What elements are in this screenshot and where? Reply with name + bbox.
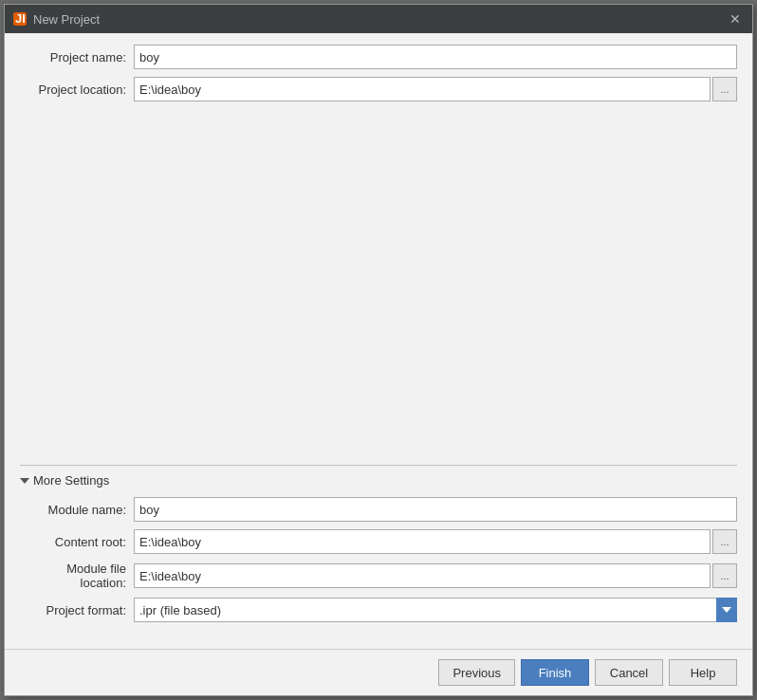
app-icon: JI bbox=[12, 11, 28, 27]
new-project-dialog: JI New Project ✕ Project name: Project l… bbox=[4, 4, 753, 696]
project-location-browse-button[interactable]: ... bbox=[712, 77, 737, 101]
more-settings-toggle[interactable]: More Settings bbox=[20, 473, 737, 488]
project-location-input[interactable] bbox=[134, 77, 711, 101]
triangle-icon bbox=[20, 476, 29, 486]
previous-button[interactable]: Previous bbox=[438, 659, 515, 686]
project-location-row: Project location: ... bbox=[20, 77, 737, 101]
title-bar: JI New Project ✕ bbox=[5, 5, 752, 33]
project-name-row: Project name: bbox=[20, 45, 737, 69]
module-file-location-input[interactable] bbox=[134, 563, 711, 588]
module-file-location-browse-button[interactable]: ... bbox=[712, 563, 737, 588]
content-root-row: Content root: ... bbox=[20, 529, 737, 554]
module-name-label: Module name: bbox=[20, 503, 134, 517]
content-root-browse-button[interactable]: ... bbox=[712, 529, 737, 554]
project-format-select[interactable]: .ipr (file based) .idea (directory based… bbox=[134, 598, 737, 622]
more-settings-label: More Settings bbox=[33, 473, 109, 488]
project-format-label: Project format: bbox=[20, 603, 134, 617]
cancel-button[interactable]: Cancel bbox=[595, 659, 663, 686]
content-root-input[interactable] bbox=[134, 529, 711, 554]
dialog-title: New Project bbox=[33, 12, 100, 27]
module-name-row: Module name: bbox=[20, 497, 737, 522]
finish-button[interactable]: Finish bbox=[521, 659, 589, 686]
module-name-input[interactable] bbox=[134, 497, 737, 522]
project-location-label: Project location: bbox=[20, 83, 134, 97]
close-button[interactable]: ✕ bbox=[726, 9, 745, 28]
dialog-content: Project name: Project location: ... More… bbox=[5, 33, 752, 649]
svg-text:JI: JI bbox=[15, 11, 26, 26]
module-file-location-row: Module file location: ... bbox=[20, 562, 737, 590]
more-settings-section: More Settings Module name: Content root:… bbox=[20, 465, 737, 630]
project-name-input[interactable] bbox=[134, 45, 737, 69]
help-button[interactable]: Help bbox=[669, 659, 737, 686]
project-name-label: Project name: bbox=[20, 50, 134, 64]
svg-marker-2 bbox=[20, 478, 29, 484]
module-file-location-label: Module file location: bbox=[20, 562, 134, 590]
title-bar-left: JI New Project bbox=[12, 11, 100, 27]
dialog-footer: Previous Finish Cancel Help bbox=[5, 649, 752, 695]
project-format-row: Project format: .ipr (file based) .idea … bbox=[20, 598, 737, 622]
content-spacer bbox=[20, 109, 737, 465]
project-format-wrapper: .ipr (file based) .idea (directory based… bbox=[134, 598, 737, 622]
content-root-label: Content root: bbox=[20, 535, 134, 549]
